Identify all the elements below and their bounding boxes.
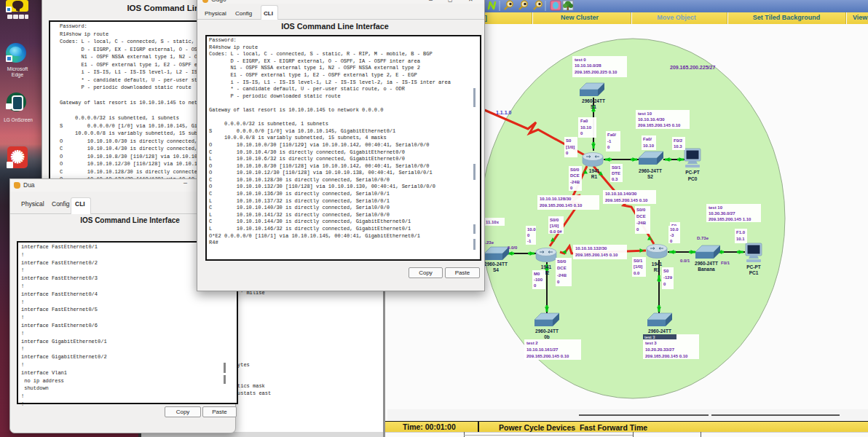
- svg-text:F0/1: F0/1: [721, 261, 730, 265]
- svg-text:209.165.200.145 0.10: 209.165.200.145 0.10: [526, 354, 569, 358]
- svg-text:209.165.200.225 0.10: 209.165.200.225 0.10: [575, 70, 618, 74]
- svg-text:1.1.1.0: 1.1.1.0: [496, 110, 512, 115]
- svg-text:DTE: DTE: [612, 171, 620, 176]
- svg-text:DCE: DCE: [570, 173, 580, 178]
- svg-text:0.0/1: 0.0/1: [680, 259, 690, 263]
- svg-text:F0/2: F0/2: [674, 138, 683, 143]
- svg-text:F1.0: F1.0: [736, 230, 746, 235]
- svg-text:-3: -3: [670, 233, 674, 237]
- svg-text:2960-24TT: 2960-24TT: [535, 328, 559, 334]
- svg-text:10.10.10.0/28: 10.10.10.0/28: [575, 63, 601, 68]
- svg-text:-1: -1: [607, 139, 612, 143]
- svg-text:10.10: 10.10: [643, 143, 655, 148]
- svg-text:10.10.10.140/30: 10.10.10.140/30: [605, 192, 637, 196]
- svg-text:10.0: 10.0: [670, 227, 679, 232]
- svg-text:10.1: 10.1: [736, 237, 745, 241]
- svg-text:DCE: DCE: [636, 214, 646, 219]
- svg-text:Banana: Banana: [698, 267, 715, 272]
- svg-text:-24B: -24B: [570, 180, 580, 184]
- svg-text:2960-24TT: 2960-24TT: [648, 328, 671, 334]
- svg-text:[1/0]: [1/0]: [634, 264, 642, 269]
- svg-text:2960-24TT: 2960-24TT: [639, 168, 662, 173]
- svg-text:-24B: -24B: [636, 221, 647, 225]
- svg-text:10.3: 10.3: [674, 144, 682, 149]
- svg-text:-24B: -24B: [557, 273, 567, 277]
- svg-text:10.10.10.161/27: 10.10.10.161/27: [526, 347, 559, 352]
- svg-text:0.3: 0.3: [612, 177, 618, 181]
- svg-text:0.0/0: 0.0/0: [508, 245, 518, 250]
- svg-text:S0/1: S0/1: [634, 259, 643, 263]
- svg-text:S0/0: S0/0: [636, 208, 646, 212]
- svg-text:S0/0: S0/0: [550, 218, 559, 222]
- svg-text:10.30.30.0/27: 10.30.30.0/27: [709, 211, 735, 216]
- svg-text:test 10: test 10: [638, 111, 652, 116]
- svg-text:PC1: PC1: [749, 270, 759, 275]
- svg-text:-1: -1: [527, 239, 532, 243]
- svg-text:S0/0: S0/0: [557, 259, 567, 264]
- svg-text:test 0: test 0: [575, 58, 586, 62]
- svg-text:test 3: test 3: [645, 341, 657, 345]
- svg-text:[1/0]: [1/0]: [550, 224, 559, 228]
- svg-text:S0/0: S0/0: [570, 168, 580, 172]
- svg-text:0.0: 0.0: [634, 271, 640, 275]
- svg-text:[1/0]: [1/0]: [566, 145, 575, 149]
- svg-text:DCE: DCE: [557, 266, 567, 270]
- svg-text:Fa0/: Fa0/: [607, 133, 616, 137]
- svg-text:S4: S4: [493, 267, 499, 272]
- svg-text:S0: S0: [566, 138, 572, 143]
- svg-text:10.10.10.4/30: 10.10.10.4/30: [638, 117, 665, 122]
- svg-text:10.10: 10.10: [580, 125, 592, 130]
- svg-text:11.10x: 11.10x: [486, 220, 500, 224]
- svg-text:S0/1: S0/1: [612, 165, 621, 170]
- svg-text:2960-24TT: 2960-24TT: [582, 98, 605, 103]
- svg-text:Fa0: Fa0: [580, 119, 588, 123]
- svg-text:Fa0/: Fa0/: [643, 137, 652, 141]
- svg-text:test 10: test 10: [709, 205, 723, 210]
- svg-text:2960-24TT: 2960-24TT: [484, 261, 508, 267]
- svg-text:S0: S0: [663, 269, 669, 273]
- svg-text:10.0: 10.0: [527, 227, 536, 232]
- svg-text:-100: -100: [534, 277, 543, 282]
- svg-text:209.165.200.145 0.10: 209.165.200.145 0.10: [605, 198, 648, 202]
- svg-text:209.165.200.145 0.10: 209.165.200.145 0.10: [645, 354, 688, 358]
- svg-text:PC-PT: PC-PT: [746, 264, 761, 269]
- svg-text:209.165.200.145 0.10: 209.165.200.145 0.10: [540, 203, 583, 208]
- svg-text:209.165.200.225/27: 209.165.200.225/27: [670, 65, 715, 70]
- svg-text:R1: R1: [591, 174, 598, 179]
- svg-text:209.165.200.145 0.10: 209.165.200.145 0.10: [638, 123, 681, 127]
- svg-text:1941: 1941: [652, 261, 663, 267]
- svg-text:1941: 1941: [541, 264, 552, 269]
- svg-text:M0: M0: [534, 272, 540, 276]
- svg-text:0b: 0b: [544, 334, 550, 339]
- svg-text:10.20.20.33/27: 10.20.20.33/27: [645, 347, 675, 352]
- svg-text:209.165.200.145 1.10: 209.165.200.145 1.10: [709, 217, 751, 221]
- svg-text:test 2: test 2: [526, 341, 538, 345]
- svg-text:1941: 1941: [589, 168, 600, 173]
- svg-text:R3: R3: [654, 267, 660, 272]
- svg-text:S2: S2: [647, 174, 653, 179]
- svg-text:test 3: test 3: [644, 335, 655, 339]
- svg-text:PC0: PC0: [688, 176, 698, 181]
- svg-text:0.0 0#: 0.0 0#: [550, 229, 562, 234]
- svg-text:2960-24TT: 2960-24TT: [695, 261, 718, 266]
- svg-text:S1: S1: [591, 104, 596, 109]
- svg-text:D.73e: D.73e: [697, 236, 709, 240]
- svg-text:10.10.10.132/30: 10.10.10.132/30: [575, 246, 607, 251]
- svg-text:PC-PT: PC-PT: [685, 170, 700, 175]
- svg-text:10.10.10.128/30: 10.10.10.128/30: [540, 197, 572, 201]
- svg-text:209.165.200.145 0.10: 209.165.200.145 0.10: [575, 253, 618, 257]
- svg-text:-129: -129: [663, 275, 673, 280]
